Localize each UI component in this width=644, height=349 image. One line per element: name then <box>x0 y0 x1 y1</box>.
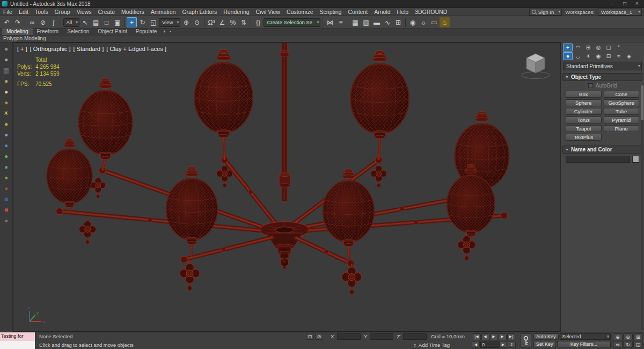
window-crossing-toggle-icon[interactable]: ▣ <box>112 17 122 27</box>
tab-object-paint[interactable]: Object Paint <box>93 28 131 35</box>
sphere-olive-icon[interactable]: ● <box>2 173 11 182</box>
menu-item-scripting[interactable]: Scripting <box>317 8 345 16</box>
primitive-button-cylinder[interactable]: Cylinder <box>566 108 602 115</box>
maximize-button[interactable]: □ <box>620 1 630 8</box>
menu-item-civil-view[interactable]: Civil View <box>253 8 283 16</box>
material-editor-icon[interactable]: ◉ <box>407 17 418 27</box>
close-button[interactable]: × <box>632 1 642 8</box>
menu-item-modifiers[interactable]: Modifiers <box>118 8 148 16</box>
primitive-button-teapot[interactable]: Teapot <box>566 125 602 132</box>
previous-key-icon[interactable]: ◀ <box>472 341 480 348</box>
next-key-icon[interactable]: ▶ <box>499 341 507 348</box>
space-warps-category-icon[interactable]: ≈ <box>614 52 624 60</box>
box-dark-icon[interactable]: ▦ <box>2 66 11 75</box>
lights-category-icon[interactable]: ☀ <box>583 52 593 60</box>
sphere-cream-icon[interactable]: ● <box>2 88 11 96</box>
zoom-all-icon[interactable]: ⊚ <box>623 333 633 340</box>
tab-freeform[interactable]: Freeform <box>33 28 63 35</box>
primitive-button-geosphere[interactable]: GeoSphere <box>604 99 640 106</box>
current-frame-field[interactable] <box>480 341 499 348</box>
primitive-button-textplus[interactable]: TextPlus <box>566 134 602 141</box>
menu-item-graph-editors[interactable]: Graph Editors <box>179 8 220 16</box>
align-icon[interactable]: ≡ <box>335 17 346 27</box>
menu-item-tools[interactable]: Tools <box>32 8 52 16</box>
primitive-button-box[interactable]: Box <box>566 91 602 98</box>
go-to-end-icon[interactable]: ▶| <box>507 333 515 340</box>
hierarchy-tab-icon[interactable]: ⊞ <box>583 43 593 52</box>
menu-item-create[interactable]: Create <box>95 8 119 16</box>
viewport-shading-menu[interactable]: [ Clay + Edged Faces ] <box>106 46 166 52</box>
zoom-extents-icon[interactable]: ⊠ <box>633 333 643 340</box>
viewcube[interactable] <box>520 50 551 79</box>
unlink-selection-icon[interactable]: ⊘ <box>38 17 48 27</box>
modify-tab-icon[interactable]: ◠ <box>573 43 583 52</box>
flag-red-icon[interactable]: ■ <box>2 206 11 214</box>
orbit-icon[interactable]: ↻ <box>623 341 633 348</box>
sphere-gold-icon[interactable]: ● <box>2 120 11 128</box>
menu-item-edit[interactable]: Edit <box>16 8 32 16</box>
primitive-button-cone[interactable]: Cone <box>604 91 640 98</box>
sphere-orange-icon[interactable]: ● <box>2 98 11 107</box>
z-coordinate-field[interactable] <box>403 333 427 340</box>
x-coordinate-field[interactable] <box>337 333 361 340</box>
select-and-scale-icon[interactable]: ◱ <box>148 17 158 27</box>
set-key-button[interactable]: Set Key <box>533 341 556 347</box>
y-coordinate-field[interactable] <box>370 333 393 340</box>
geometry-category-icon[interactable]: ● <box>563 52 573 60</box>
angle-snap-toggle-icon[interactable]: ∠ <box>217 17 227 27</box>
macro-recorder-line[interactable]: Testing for <box>0 332 35 341</box>
viewport-general-menu[interactable]: [ + ] <box>17 46 27 52</box>
shapes-category-icon[interactable]: ◡ <box>573 52 583 60</box>
curve-editor-icon[interactable]: ∿ <box>382 17 392 27</box>
viewport-pov-menu[interactable]: [ Orthographic ] <box>30 46 71 52</box>
panel-scrollbar[interactable] <box>641 85 643 330</box>
motion-tab-icon[interactable]: ◎ <box>594 43 603 52</box>
primitive-button-tube[interactable]: Tube <box>604 108 640 115</box>
toggle-scene-explorer-icon[interactable]: ▦ <box>350 17 360 27</box>
select-and-rotate-icon[interactable]: ↻ <box>137 17 148 27</box>
menu-item-group[interactable]: Group <box>52 8 74 16</box>
menu-item-help[interactable]: Help <box>394 8 412 16</box>
selection-set-dropdown[interactable]: Selected <box>560 333 611 340</box>
flag-blue-icon[interactable]: ■ <box>2 195 11 203</box>
sphere-wood-icon[interactable]: ● <box>2 77 11 85</box>
next-frame-icon[interactable]: ▶ <box>499 333 507 340</box>
primitive-button-sphere[interactable]: Sphere <box>566 99 602 106</box>
previous-frame-icon[interactable]: ◀ <box>481 333 489 340</box>
use-pivot-center-icon[interactable]: ⊕ <box>181 17 191 27</box>
sun-yellow-icon[interactable]: ☀ <box>2 109 11 118</box>
edit-named-selection-sets-icon[interactable]: {} <box>253 17 263 27</box>
select-object-icon[interactable]: ↖ <box>80 17 90 27</box>
primitive-button-pyramid[interactable]: Pyramid <box>604 117 640 123</box>
tab-selection[interactable]: Selection <box>63 28 93 35</box>
named-selection-sets-dropdown[interactable]: Create Selection Se <box>264 18 320 27</box>
menu-item-arnold[interactable]: Arnold <box>371 8 393 16</box>
tab-modeling[interactable]: Modeling <box>2 28 33 35</box>
menu-item-customize[interactable]: Customize <box>283 8 317 16</box>
menu-item-animation[interactable]: Animation <box>148 8 179 16</box>
chandelier-wireframe-model[interactable] <box>13 43 560 331</box>
viewport-render-preset-menu[interactable]: [ Standard ] <box>73 46 104 52</box>
ribbon-config-icon[interactable]: ▾ <box>161 28 167 35</box>
sign-in-dropdown[interactable]: Sign In <box>529 9 562 16</box>
select-and-manipulate-icon[interactable]: ⊙ <box>192 17 202 27</box>
sphere-silver-icon[interactable]: ● <box>2 55 11 64</box>
maximize-viewport-toggle-icon[interactable]: ◱ <box>633 341 643 348</box>
frame-spinner[interactable]: ⇕ <box>508 341 516 348</box>
select-and-move-icon[interactable]: + <box>127 17 137 27</box>
polygon-modeling-panel[interactable]: Polygon Modeling <box>0 35 644 42</box>
redo-icon[interactable]: ↷ <box>13 17 23 27</box>
menu-item-rendering[interactable]: Rendering <box>220 8 252 16</box>
cameras-category-icon[interactable]: ◉ <box>594 52 603 60</box>
select-by-name-icon[interactable]: ▤ <box>91 17 101 27</box>
undo-icon[interactable]: ↶ <box>2 17 12 27</box>
snap-toggle-3d-icon[interactable]: Ω³ <box>206 17 216 27</box>
create-tab-icon[interactable]: + <box>563 43 573 52</box>
render-setup-icon[interactable]: ☼ <box>418 17 428 27</box>
sphere-green-icon[interactable]: ● <box>2 152 11 161</box>
set-keys-button[interactable] <box>521 333 531 348</box>
listener-line[interactable] <box>0 341 35 349</box>
isolate-selection-toggle-icon[interactable]: ⊡ <box>306 333 314 340</box>
toggle-ribbon-icon[interactable]: ▬ <box>371 17 382 27</box>
rectangular-selection-region-icon[interactable]: □ <box>101 17 112 27</box>
